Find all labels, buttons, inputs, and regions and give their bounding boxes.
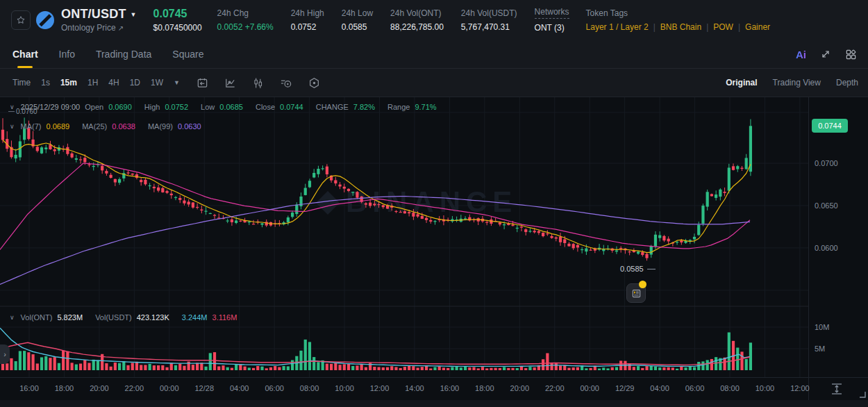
collapse-ohlc-icon[interactable]: ∨ xyxy=(10,103,15,110)
ont-logo-icon xyxy=(35,10,55,30)
candle-type-icon[interactable] xyxy=(252,77,264,89)
section-tabs: Chart Info Trading Data Square Ai xyxy=(0,40,868,69)
stat-24h-vol-ont: 24h Vol(ONT)88,226,785.00 xyxy=(390,8,444,32)
interval-4h[interactable]: 4H xyxy=(108,78,119,88)
low-value: 0.0685 xyxy=(219,103,243,111)
stat-24h-high: 24h High0.0752 xyxy=(291,8,324,32)
notification-dot xyxy=(639,281,646,288)
time-axis-label: 12:00 xyxy=(370,384,390,392)
ai-assistant-button[interactable]: Ai xyxy=(796,49,806,60)
jump-to-date-icon[interactable] xyxy=(197,77,208,89)
news-icon xyxy=(631,288,642,299)
time-axis-label: 08:00 xyxy=(300,384,319,392)
scrollbar-strip[interactable] xyxy=(0,400,868,407)
time-axis-label: 12/29 xyxy=(615,384,635,392)
networks-block: Networks ONT (3) xyxy=(535,7,569,33)
tab-square[interactable]: Square xyxy=(172,40,203,68)
stat-24h-chg: 24h Chg0.0052 +7.66% xyxy=(217,8,274,32)
vol-ma-slow-value: 3.116M xyxy=(212,313,237,322)
tag-pow[interactable]: POW xyxy=(713,22,733,32)
time-axis-label: 10:00 xyxy=(756,384,775,392)
chart-area[interactable]: BINANCE 0.0760 ∨ 2025/12/29 09:00 Open0.… xyxy=(0,97,868,407)
time-axis-label: 08:00 xyxy=(720,384,740,392)
interval-15m[interactable]: 15m xyxy=(60,78,77,88)
time-axis-label: 04:00 xyxy=(650,384,669,392)
time-axis-label: 06:00 xyxy=(685,384,705,392)
tag-gainer[interactable]: Gainer xyxy=(745,22,770,32)
interval-1d[interactable]: 1D xyxy=(130,78,140,88)
settings-icon[interactable] xyxy=(308,77,320,89)
interval-1s[interactable]: 1s xyxy=(41,78,50,88)
time-axis-label: 18:00 xyxy=(55,384,74,392)
pair-subtitle[interactable]: Ontology Price xyxy=(61,23,116,33)
pair-header: ONT/USDT ▼ Ontology Price ↗ 0.0745 $0.07… xyxy=(0,0,868,40)
star-icon xyxy=(16,15,26,25)
tag-bnb-chain[interactable]: BNB Chain xyxy=(660,22,701,32)
range-value: 9.71% xyxy=(415,103,436,111)
volume-axis-label: 5M xyxy=(815,344,825,353)
mode-trading-view[interactable]: Trading View xyxy=(773,78,821,88)
change-value: 7.82% xyxy=(353,103,375,111)
volume-axis-label: 10M xyxy=(815,323,829,331)
more-intervals-icon[interactable]: ▼ xyxy=(174,79,180,86)
external-link-icon: ↗ xyxy=(118,24,124,32)
session-low-annotation: 0.0585 xyxy=(620,265,656,273)
tab-trading-data[interactable]: Trading Data xyxy=(96,40,151,68)
ma-legend: ∨ MA(7)0.0689 MA(25)0.0638 MA(99)0.0630 xyxy=(10,122,201,131)
time-label: Time xyxy=(12,78,31,88)
time-axis-label: 16:00 xyxy=(440,384,460,392)
panel-expander[interactable]: › xyxy=(0,344,10,364)
interval-1h[interactable]: 1H xyxy=(87,78,98,88)
resize-corner-icon[interactable] xyxy=(859,391,866,398)
candle-date: 2025/12/29 09:00 xyxy=(21,103,81,111)
time-axis-label: 18:00 xyxy=(475,384,494,392)
stat-24h-low: 24h Low0.0585 xyxy=(342,8,373,32)
time-axis-label: 10:00 xyxy=(335,384,354,392)
last-price-usd: $0.07450000 xyxy=(153,23,202,33)
price-axis-label: 0.0650 xyxy=(815,201,838,210)
collapse-volume-icon[interactable]: ∨ xyxy=(10,314,15,321)
pair-title: ONT/USDT xyxy=(61,7,126,22)
close-value: 0.0744 xyxy=(280,103,303,111)
news-event-button[interactable] xyxy=(626,283,646,303)
networks-label[interactable]: Networks xyxy=(535,7,569,19)
time-axis-label: 12:00 xyxy=(790,384,810,392)
price-block: 0.0745 $0.07450000 xyxy=(153,8,202,33)
ma99-value: 0.0630 xyxy=(178,122,201,131)
ma7-value: 0.0689 xyxy=(47,122,70,131)
time-axis-label: 22:00 xyxy=(545,384,565,392)
last-price: 0.0745 xyxy=(153,8,202,20)
time-axis-label: 00:00 xyxy=(160,384,179,392)
time-axis-label: 00:00 xyxy=(580,384,599,392)
indicators-icon[interactable] xyxy=(280,77,292,89)
time-axis-label: 16:00 xyxy=(19,384,39,392)
favorite-button[interactable] xyxy=(11,10,31,30)
fullscreen-icon[interactable] xyxy=(820,49,831,60)
price-axis-label: 0.0600 xyxy=(815,244,838,252)
price-axis-separator xyxy=(808,97,809,400)
high-value: 0.0752 xyxy=(165,103,188,111)
fit-scale-icon[interactable] xyxy=(829,383,844,395)
open-value: 0.0690 xyxy=(108,103,132,111)
layout-grid-icon[interactable] xyxy=(845,49,857,60)
chart-style-icon[interactable] xyxy=(224,77,236,89)
vol-usdt-value: 423.123K xyxy=(137,313,169,322)
ohlc-legend: ∨ 2025/12/29 09:00 Open0.0690 High0.0752… xyxy=(10,103,437,111)
time-axis-label: 12/28 xyxy=(194,384,214,392)
ma25-value: 0.0638 xyxy=(112,122,135,131)
time-axis-label: 20:00 xyxy=(510,384,530,392)
tab-chart[interactable]: Chart xyxy=(12,40,38,68)
time-axis[interactable]: 16:0018:0020:0022:0000:0012/2804:0006:00… xyxy=(0,377,868,400)
interval-1w[interactable]: 1W xyxy=(151,78,163,88)
tag-layer1-layer2[interactable]: Layer 1 / Layer 2 xyxy=(586,22,649,32)
tab-info[interactable]: Info xyxy=(59,40,75,68)
collapse-ma-icon[interactable]: ∨ xyxy=(10,123,15,130)
price-axis-label: 0.0700 xyxy=(815,159,838,167)
mode-original[interactable]: Original xyxy=(726,78,757,88)
ticker-stats: 24h Chg0.0052 +7.66% 24h High0.0752 24h … xyxy=(217,8,517,32)
last-price-badge: 0.0744 xyxy=(812,119,848,133)
time-axis-label: 20:00 xyxy=(90,384,109,392)
chart-canvas[interactable]: BINANCE xyxy=(0,97,809,377)
mode-depth[interactable]: Depth xyxy=(836,78,858,88)
pair-selector[interactable]: ONT/USDT ▼ Ontology Price ↗ xyxy=(61,7,137,33)
